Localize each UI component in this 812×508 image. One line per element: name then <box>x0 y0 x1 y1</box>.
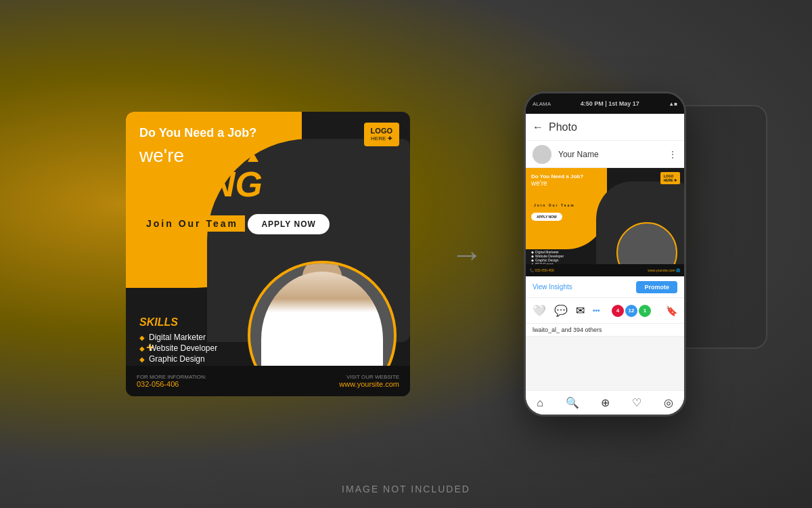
phone-number: 032-056-406 <box>137 380 179 388</box>
phone-screen: ← Photo Your Name ⋮ LOGOHERE ✚ Do You Ne… <box>526 114 684 415</box>
comment-icon[interactable]: 💬 <box>554 304 568 317</box>
profile-icon[interactable]: ◎ <box>664 396 673 409</box>
bottom-label: IMAGE NOT INCLUDED <box>342 484 470 494</box>
status-left: ALAMA <box>533 101 551 107</box>
promote-button[interactable]: Promote <box>636 281 677 293</box>
more-options-icon[interactable]: ⋮ <box>668 149 677 160</box>
pp-apply: APPLY NOW <box>531 213 562 221</box>
phone-header: ← Photo <box>526 114 684 141</box>
poster-card: LOGOHERE ✚ Do You Need a Job? we're HIRI… <box>126 112 410 396</box>
person-badge: 1 <box>637 303 652 318</box>
likes-text: lwaito_al_ and 394 others <box>526 324 684 337</box>
pp-join: Join Our Team <box>531 202 583 209</box>
like-badge: 12 <box>624 303 639 318</box>
pp-footer: 📞 032-056-406 www.yoursite.com 🌐 <box>526 264 684 276</box>
bullet-icon: ◆ <box>139 356 145 363</box>
pp-skills: SKILLS ◆ Digital Marketer ◆ Website Deve… <box>531 245 564 266</box>
dots-icon: ••• <box>593 307 600 314</box>
pp-website: www.yoursite.com 🌐 <box>648 268 680 272</box>
heart-badge: 4 <box>610 303 625 318</box>
back-arrow-icon[interactable]: ← <box>533 121 543 133</box>
join-team-text: Join Our Team <box>139 215 245 232</box>
pp-skills-title: SKILLS <box>531 245 564 250</box>
pp-text-area: Do You Need a Job? we're HIRING Join Our… <box>531 173 583 221</box>
skill-item-2: ◆ Website Developer <box>139 343 217 353</box>
do-you-need-text: Do You Need a Job? <box>139 125 330 141</box>
website-url: www.yoursite.com <box>339 380 399 388</box>
website-label: VISIT OUR WEBSITE <box>339 374 399 380</box>
phone-poster: LOGOHERE ✚ Do You Need a Job? we're HIRI… <box>526 168 684 276</box>
skills-title: SKILLS <box>139 316 217 329</box>
bullet-icon: ◆ <box>139 334 145 341</box>
skill-item-1: ◆ Digital Marketer <box>139 333 217 342</box>
skill-item-3: ◆ Graphic Design <box>139 354 217 364</box>
avatar <box>533 145 551 164</box>
heart-icon[interactable]: 🤍 <box>533 304 546 317</box>
search-icon[interactable]: 🔍 <box>566 396 579 409</box>
pp-do-you: Do You Need a Job? <box>531 173 583 179</box>
phone-info: FOR MORE INFORMATION: 032-056-406 <box>137 374 206 388</box>
bullet-icon: ◆ <box>139 345 145 352</box>
home-icon[interactable]: ⌂ <box>537 397 543 409</box>
photo-title: Photo <box>549 121 577 133</box>
share-icon[interactable]: ✉ <box>576 304 585 317</box>
status-time: 4:50 PM | 1st May 17 <box>581 100 639 107</box>
poster-text-area: Do You Need a Job? we're HIRING Join Our… <box>139 125 330 234</box>
status-bar: ALAMA 4:50 PM | 1st May 17 ▲■ <box>526 93 684 114</box>
website-info: VISIT OUR WEBSITE www.yoursite.com <box>339 374 399 388</box>
phone-bottom-nav: ⌂ 🔍 ⊕ ♡ ◎ <box>526 390 684 415</box>
pp-phone: 📞 032-056-406 <box>530 268 554 272</box>
phone-mockup: ALAMA 4:50 PM | 1st May 17 ▲■ ← Photo Yo… <box>524 91 686 417</box>
plus-icon[interactable]: ⊕ <box>601 396 610 409</box>
phone-wrapper: ALAMA 4:50 PM | 1st May 17 ▲■ ← Photo Yo… <box>524 91 686 417</box>
poster-footer: FOR MORE INFORMATION: 032-056-406 VISIT … <box>126 366 410 396</box>
view-insights-link[interactable]: View Insights <box>533 283 572 291</box>
status-right: ▲■ <box>669 101 677 107</box>
pp-logo: LOGOHERE ✚ <box>660 172 680 184</box>
reactions-bar: 🤍 💬 ✉ ••• 4 12 1 🔖 <box>526 298 684 324</box>
arrow-container: → <box>451 236 483 273</box>
bookmark-icon[interactable]: 🔖 <box>666 305 677 316</box>
were-text: we're <box>139 145 330 167</box>
triangle-decoration <box>248 152 258 162</box>
user-row: Your Name ⋮ <box>526 141 684 168</box>
heart-nav-icon[interactable]: ♡ <box>632 396 641 409</box>
right-arrow-icon: → <box>451 236 483 273</box>
user-name: Your Name <box>558 150 661 159</box>
logo-badge: LOGOHERE ✚ <box>364 123 399 146</box>
insights-bar: View Insights Promote <box>526 276 684 298</box>
notification-badges: 4 12 1 <box>610 303 652 318</box>
apply-button[interactable]: APPLY NOW <box>248 214 329 234</box>
phone-label: FOR MORE INFORMATION: <box>137 374 206 380</box>
pp-hiring: HIRING <box>531 187 583 202</box>
hiring-text: HIRING <box>139 167 330 202</box>
